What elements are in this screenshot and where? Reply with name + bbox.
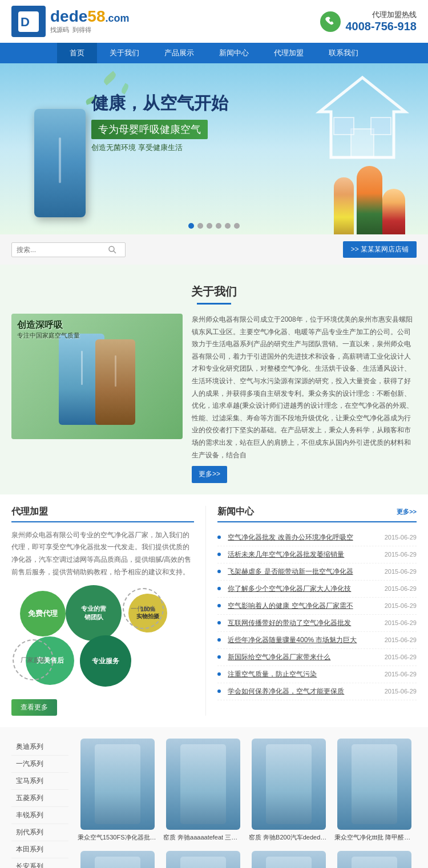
product-title: 秉众空气净化ttt批 降甲醛PM2 xyxy=(334,833,414,842)
product-card[interactable]: 秉众空气1530FS净化器批发 光... xyxy=(78,739,158,842)
banner-desc: 创造无菌环境 享受健康生活 xyxy=(91,143,228,153)
product-title: 窑质 奔驰aaaaatefeat 三层活性炭 xyxy=(163,833,243,842)
news-item-date: 2015-06-29 xyxy=(385,534,417,541)
about-section: 关于我们 创造深呼吸 专注中国家庭空气质量 泉州师众电器有限公司成立于2008年… xyxy=(0,265,428,494)
product-card[interactable]: 秉众空气净化器批发 zz.5婴靠去 xyxy=(78,851,158,868)
hotline-label: 代理加盟热线 xyxy=(345,10,417,20)
news-item-date: 2015-06-29 xyxy=(385,585,417,592)
news-item-title[interactable]: 你了解多少个空气净化器厂家大人净化技 xyxy=(228,584,376,594)
main-nav: 首页 关于我们 产品展示 新闻中心 代理加盟 联系我们 xyxy=(0,43,428,63)
news-item-title[interactable]: 互联网传播带好的带动了空气净化器批发 xyxy=(228,618,376,628)
product-card[interactable]: 秉众空气净化ttt批 降甲醛PM2 xyxy=(334,739,414,842)
sidebar-item[interactable]: 长安系列 xyxy=(11,858,68,868)
products-row-2: 秉众空气净化器批发 zz.5婴靠去 窑质 奔驰B200汽车空调过滤网 秉众空气净… xyxy=(78,851,417,868)
banner-family xyxy=(302,143,417,234)
news-dot xyxy=(217,655,221,659)
product-card[interactable]: 窑质 奔驰B200汽车dededu活网 三 xyxy=(249,739,329,842)
news-column: 新闻中心 更多>> 空气净化器批发 改善办公环境净化呼吸空 2015-06-29… xyxy=(205,506,417,716)
banner-dot-2[interactable] xyxy=(197,223,203,229)
circle-pro-team: 专业的营销团队 xyxy=(66,585,122,641)
about-more-btn[interactable]: 更多>> xyxy=(192,466,227,483)
nav-contact[interactable]: 联系我们 xyxy=(316,43,371,63)
logo-icon: D xyxy=(11,6,46,37)
news-item-title[interactable]: 近些年净化器随量骤量400% 市场魅力巨大 xyxy=(228,635,376,645)
product-image xyxy=(252,739,326,830)
news-dot xyxy=(217,604,221,607)
news-item: 互联网传播带好的带动了空气净化器批发 2015-06-29 xyxy=(217,615,417,632)
about-product-2 xyxy=(95,339,135,425)
banner-dot-3[interactable] xyxy=(207,223,212,229)
circle-one-agent: 一代发走 xyxy=(123,588,164,629)
news-item-date: 2015-06-29 xyxy=(385,568,417,575)
banner-dot-1[interactable] xyxy=(188,223,194,229)
product-card[interactable]: 秉众空气净化器批发 降甲醛 xyxy=(249,851,329,868)
news-more-link[interactable]: 更多>> xyxy=(397,508,417,516)
about-badge1: 创造深呼吸 xyxy=(17,319,80,331)
agency-diagram: 免费代理 专业的营销团队 100%实物拍摄 一代发走 完美售后 厂家直销 专业服… xyxy=(11,585,177,693)
svg-line-7 xyxy=(114,251,116,253)
nav-agency[interactable]: 代理加盟 xyxy=(261,43,316,63)
store-link-button[interactable]: >> 某某某网店店铺 xyxy=(343,241,417,258)
sidebar-item[interactable]: 别代系列 xyxy=(11,824,68,841)
about-title: 关于我们 xyxy=(11,276,417,303)
news-item-title[interactable]: 飞架赫虐多 是否能带动新一批空气净化器 xyxy=(228,567,376,577)
product-title: 秉众空气1530FS净化器批发 光... xyxy=(78,833,158,842)
banner-dots xyxy=(188,223,240,229)
news-item-title[interactable]: 活析未来几年空气净化器批发萎缩销量 xyxy=(228,550,376,559)
about-text-content: 泉州师众电器有限公司成立于2008年，位于环境优美的泉州市惠安县螺阳镇东风工业区… xyxy=(192,314,417,483)
about-title-underline xyxy=(197,303,231,305)
banner-dot-5[interactable] xyxy=(225,223,231,229)
product-image xyxy=(337,851,411,868)
news-dot xyxy=(217,689,221,693)
hero-banner: 健康，从空气开始 专为母婴呼吸健康空气 创造无菌环境 享受健康生活 xyxy=(0,63,428,234)
news-item: 空气净化器批发 改善办公环境净化呼吸空 2015-06-29 xyxy=(217,529,417,546)
sidebar-item[interactable]: 一汽系列 xyxy=(11,756,68,773)
nav-news[interactable]: 新闻中心 xyxy=(207,43,261,63)
sidebar-item[interactable]: 五菱系列 xyxy=(11,790,68,807)
products-row-1: 秉众空气1530FS净化器批发 光... 窑质 奔驰aaaaatefeat 三层… xyxy=(78,739,417,842)
product-image xyxy=(337,739,411,830)
banner-dot-4[interactable] xyxy=(216,223,221,229)
sidebar-item[interactable]: 奥迪系列 xyxy=(11,739,68,756)
agency-desc: 泉州师众电器有限公司专业的空气净化器厂家，加入我们的代理，即可享受空气净化器批发… xyxy=(11,529,194,578)
news-list: 空气净化器批发 改善办公环境净化呼吸空 2015-06-29 活析未来几年空气净… xyxy=(217,529,417,700)
news-item-title[interactable]: 空气净化器批发 改善办公环境净化呼吸空 xyxy=(228,533,376,542)
news-item: 注重空气质量，防止空气污染 2015-06-29 xyxy=(217,666,417,683)
logo-brand: dede58.com xyxy=(50,9,130,25)
sidebar-item[interactable]: 丰锐系列 xyxy=(11,807,68,824)
news-item-date: 2015-06-29 xyxy=(385,619,417,626)
nav-home[interactable]: 首页 xyxy=(57,43,97,63)
svg-rect-4 xyxy=(334,117,354,135)
agency-column: 代理加盟 泉州师众电器有限公司专业的空气净化器厂家，加入我们的代理，即可享受空气… xyxy=(11,506,205,716)
hotline-text: 代理加盟热线 4008-756-918 xyxy=(345,10,417,33)
product-card[interactable]: 秉众空气净化器批发 防甲醛 xyxy=(334,851,414,868)
logo-slogan: 找源码 到得得 xyxy=(50,26,130,34)
nav-about[interactable]: 关于我们 xyxy=(97,43,152,63)
banner-dot-6[interactable] xyxy=(234,223,240,229)
products-sidebar: 奥迪系列一汽系列宝马系列五菱系列丰锐系列别代系列本田系列长安系列长城系列东风系列… xyxy=(11,739,68,868)
see-more-button[interactable]: 查看更多 xyxy=(11,699,57,716)
products-section: 奥迪系列一汽系列宝马系列五菱系列丰锐系列别代系列本田系列长安系列长城系列东风系列… xyxy=(0,727,428,868)
product-card[interactable]: 窑质 奔驰aaaaatefeat 三层活性炭 xyxy=(163,739,243,842)
news-item-title[interactable]: 新国际给空气净化器厂家带来什么 xyxy=(228,652,376,662)
news-item-title[interactable]: 学会如何保养净化器，空气才能更保质 xyxy=(228,687,376,696)
news-dot xyxy=(217,587,221,590)
news-item-title[interactable]: 空气影响着人的健康 空气净化器厂家需不 xyxy=(228,601,376,611)
product-image xyxy=(166,739,240,830)
news-item-title[interactable]: 注重空气质量，防止空气污染 xyxy=(228,670,376,679)
news-item-date: 2015-06-29 xyxy=(385,636,417,643)
nav-products[interactable]: 产品展示 xyxy=(152,43,207,63)
news-item: 飞架赫虐多 是否能带动新一批空气净化器 2015-06-29 xyxy=(217,563,417,581)
sidebar-item[interactable]: 本田系列 xyxy=(11,841,68,858)
product-card[interactable]: 窑质 奔驰B200汽车空调过滤网 xyxy=(163,851,243,868)
news-dot xyxy=(217,672,221,676)
sidebar-item[interactable]: 宝马系列 xyxy=(11,773,68,790)
banner-subtitle: 专为母婴呼吸健康空气 xyxy=(91,120,208,139)
news-item: 你了解多少个空气净化器厂家大人净化技 2015-06-29 xyxy=(217,581,417,598)
banner-product xyxy=(34,109,86,217)
svg-text:D: D xyxy=(21,15,30,29)
news-item: 空气影响着人的健康 空气净化器厂家需不 2015-06-29 xyxy=(217,598,417,615)
search-input[interactable] xyxy=(17,246,108,254)
products-grid: 秉众空气1530FS净化器批发 光... 窑质 奔驰aaaaatefeat 三层… xyxy=(78,739,417,868)
news-item: 新国际给空气净化器厂家带来什么 2015-06-29 xyxy=(217,649,417,666)
